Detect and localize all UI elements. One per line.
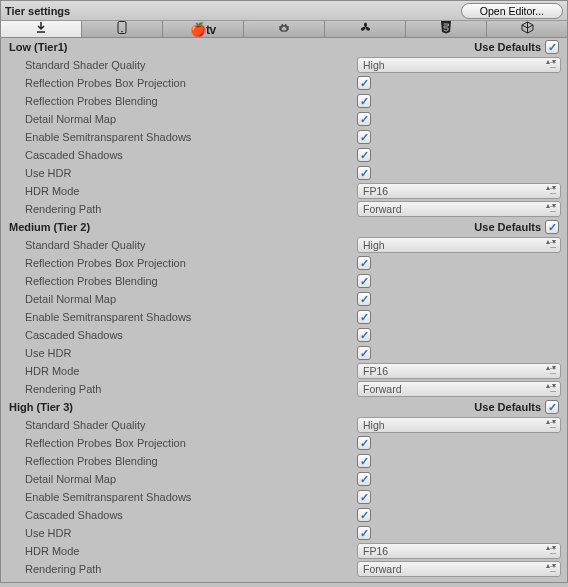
setting-checkbox[interactable] (357, 256, 371, 270)
tab-android[interactable] (244, 21, 325, 37)
tier-block: High (Tier 3)Use DefaultsStandard Shader… (7, 398, 561, 578)
setting-row: Standard Shader QualityHigh▴ ▾ (7, 236, 561, 254)
setting-row: Standard Shader QualityHigh▴ ▾ (7, 56, 561, 74)
tab-download[interactable] (1, 21, 82, 37)
setting-control (357, 310, 561, 324)
setting-control: High▴ ▾ (357, 417, 561, 433)
setting-control: FP16▴ ▾ (357, 363, 561, 379)
setting-select[interactable]: FP16▴ ▾ (357, 183, 561, 199)
tab-fan[interactable] (325, 21, 406, 37)
chevron-updown-icon: ▴ ▾ (546, 239, 556, 245)
setting-checkbox[interactable] (357, 346, 371, 360)
setting-row: Reflection Probes Blending (7, 272, 561, 290)
setting-label: Reflection Probes Box Projection (25, 257, 357, 269)
setting-control (357, 436, 561, 450)
setting-checkbox[interactable] (357, 274, 371, 288)
panel-title: Tier settings (5, 5, 70, 17)
setting-select[interactable]: FP16▴ ▾ (357, 543, 561, 559)
tab-phone[interactable] (82, 21, 163, 37)
setting-row: Cascaded Shadows (7, 506, 561, 524)
use-defaults-label: Use Defaults (474, 401, 541, 413)
setting-control (357, 328, 561, 342)
setting-row: Enable Semitransparent Shadows (7, 488, 561, 506)
tab-cube[interactable] (487, 21, 567, 37)
use-defaults-checkbox[interactable] (545, 40, 559, 54)
setting-row: Rendering PathForward▴ ▾ (7, 380, 561, 398)
chevron-updown-icon: ▴ ▾ (546, 59, 556, 65)
setting-control (357, 472, 561, 486)
setting-label: Enable Semitransparent Shadows (25, 311, 357, 323)
setting-label: Rendering Path (25, 563, 357, 575)
setting-label: Standard Shader Quality (25, 59, 357, 71)
use-defaults[interactable]: Use Defaults (474, 40, 559, 54)
tab-appletv[interactable]: 🍎tv (163, 21, 244, 37)
setting-label: Reflection Probes Box Projection (25, 437, 357, 449)
svg-point-3 (285, 26, 286, 27)
setting-control (357, 292, 561, 306)
setting-checkbox[interactable] (357, 454, 371, 468)
setting-row: Use HDR (7, 524, 561, 542)
setting-row: Enable Semitransparent Shadows (7, 308, 561, 326)
tier-settings-panel: Tier settings Open Editor... 🍎tv Low (Ti… (0, 0, 568, 583)
setting-checkbox[interactable] (357, 148, 371, 162)
use-defaults[interactable]: Use Defaults (474, 400, 559, 414)
setting-checkbox[interactable] (357, 94, 371, 108)
setting-row: HDR ModeFP16▴ ▾ (7, 182, 561, 200)
setting-checkbox[interactable] (357, 166, 371, 180)
fan-icon (359, 21, 372, 37)
download-icon (35, 22, 47, 37)
use-defaults[interactable]: Use Defaults (474, 220, 559, 234)
setting-row: Rendering PathForward▴ ▾ (7, 200, 561, 218)
setting-row: Reflection Probes Blending (7, 452, 561, 470)
setting-label: HDR Mode (25, 185, 357, 197)
setting-label: Reflection Probes Blending (25, 95, 357, 107)
setting-select[interactable]: FP16▴ ▾ (357, 363, 561, 379)
setting-checkbox[interactable] (357, 328, 371, 342)
setting-control (357, 94, 561, 108)
setting-row: Rendering PathForward▴ ▾ (7, 560, 561, 578)
setting-checkbox[interactable] (357, 292, 371, 306)
setting-checkbox[interactable] (357, 310, 371, 324)
setting-label: Reflection Probes Box Projection (25, 77, 357, 89)
setting-row: Detail Normal Map (7, 110, 561, 128)
setting-select[interactable]: High▴ ▾ (357, 417, 561, 433)
setting-checkbox[interactable] (357, 112, 371, 126)
tier-content: Low (Tier1)Use DefaultsStandard Shader Q… (1, 38, 567, 582)
setting-select[interactable]: Forward▴ ▾ (357, 561, 561, 577)
setting-checkbox[interactable] (357, 490, 371, 504)
android-icon (278, 22, 290, 37)
setting-select[interactable]: Forward▴ ▾ (357, 381, 561, 397)
tab-html5[interactable] (406, 21, 487, 37)
setting-select[interactable]: Forward▴ ▾ (357, 201, 561, 217)
setting-row: Use HDR (7, 164, 561, 182)
setting-label: Standard Shader Quality (25, 419, 357, 431)
setting-label: Detail Normal Map (25, 113, 357, 125)
setting-checkbox[interactable] (357, 76, 371, 90)
setting-checkbox[interactable] (357, 436, 371, 450)
use-defaults-checkbox[interactable] (545, 400, 559, 414)
setting-label: Cascaded Shadows (25, 509, 357, 521)
setting-checkbox[interactable] (357, 130, 371, 144)
setting-control (357, 130, 561, 144)
tier-header: High (Tier 3)Use Defaults (7, 398, 561, 416)
setting-row: Use HDR (7, 344, 561, 362)
open-editor-button[interactable]: Open Editor... (461, 3, 563, 19)
setting-row: Enable Semitransparent Shadows (7, 128, 561, 146)
tier-title: High (Tier 3) (9, 401, 73, 413)
setting-select[interactable]: High▴ ▾ (357, 57, 561, 73)
use-defaults-checkbox[interactable] (545, 220, 559, 234)
setting-select[interactable]: High▴ ▾ (357, 237, 561, 253)
appletv-icon: 🍎tv (190, 22, 215, 37)
setting-label: Rendering Path (25, 203, 357, 215)
setting-checkbox[interactable] (357, 472, 371, 486)
setting-checkbox[interactable] (357, 508, 371, 522)
setting-control: High▴ ▾ (357, 237, 561, 253)
chevron-updown-icon: ▴ ▾ (546, 185, 556, 191)
setting-checkbox[interactable] (357, 526, 371, 540)
use-defaults-label: Use Defaults (474, 221, 541, 233)
tier-title: Low (Tier1) (9, 41, 67, 53)
tier-header: Low (Tier1)Use Defaults (7, 38, 561, 56)
setting-control: Forward▴ ▾ (357, 201, 561, 217)
chevron-updown-icon: ▴ ▾ (546, 563, 556, 569)
setting-row: Standard Shader QualityHigh▴ ▾ (7, 416, 561, 434)
